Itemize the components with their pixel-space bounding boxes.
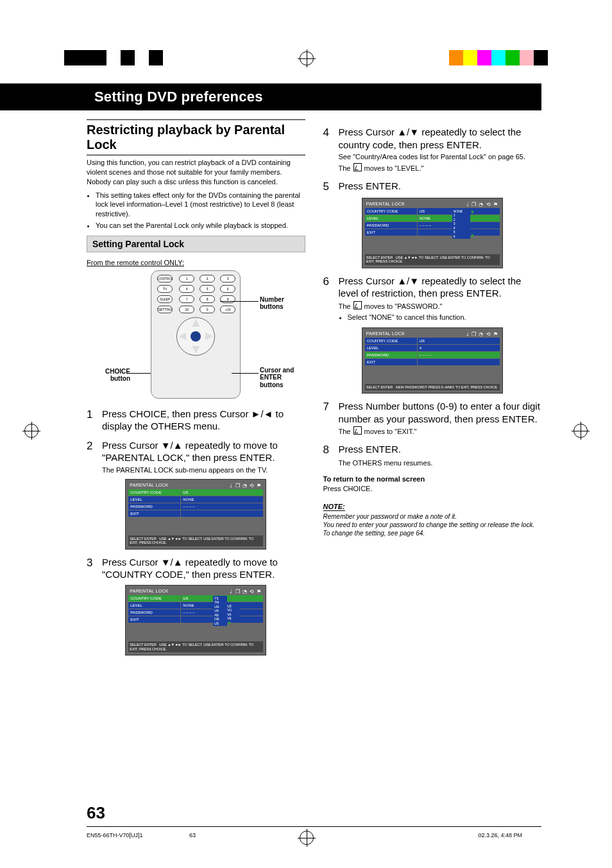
cursor-marker-icon: [353, 426, 362, 435]
step-8: Press ENTER.: [339, 443, 542, 457]
page-sheet: Setting DVD preferences Restricting play…: [0, 0, 612, 868]
callout-choice: CHOICE button: [89, 368, 130, 383]
footer-timestamp: 02.3.26, 4:48 PM: [478, 832, 522, 838]
step-7: Press Number buttons (0-9) to enter a fo…: [339, 400, 542, 425]
country-dropdown: TS TM UG UA AE GB US: [213, 596, 227, 627]
footer-filename: EN55-66TH-V70[UJ]1: [87, 832, 143, 838]
crosshair-icon: [300, 51, 314, 65]
callout-number: Number buttons: [260, 296, 305, 311]
return-body: Press CHOICE.: [323, 485, 373, 492]
osd-screenshot-4: PARENTAL LOCK♩ ❐ ◔ ⟲ ⚑ COUNTRY CODEUS LE…: [362, 327, 503, 394]
section-banner: Setting DVD preferences: [87, 83, 541, 110]
return-heading: To return to the normal screen: [323, 475, 425, 483]
heading-restricting: Restricting playback by Parental Lock: [87, 119, 305, 155]
note-heading: NOTE:: [323, 503, 345, 511]
cursor-marker-icon: [353, 163, 362, 171]
note-body: Remember your password or make a note of…: [323, 512, 542, 537]
step-2-sub: The PARENTAL LOCK sub-menu appears on th…: [102, 465, 305, 475]
callout-cursor-enter: Cursor and ENTER buttons: [260, 367, 305, 389]
right-column: 4Press Cursor ▲/▼ repeatedly to select t…: [323, 119, 542, 662]
remote-only-label: From the remote control ONLY:: [87, 259, 305, 266]
subhead-setting: Setting Parental Lock: [87, 236, 305, 252]
osd-screenshot-3: PARENTAL LOCK♩ ❐ ◔ ⟲ ⚑ COUNTRY CODEUS LE…: [362, 198, 503, 268]
step-3: Press Cursor ▼/▲ repeatedly to move to "…: [102, 556, 305, 581]
intro-bullets: This setting takes effect only for the D…: [87, 191, 305, 230]
cursor-marker-icon: [353, 301, 362, 309]
osd-screenshot-1: PARENTAL LOCK♩ ❐ ◔ ⟲ ⚑ COUNTRY CODEUS LE…: [125, 479, 266, 550]
crosshair-icon: [24, 424, 38, 438]
left-column: Restricting playback by Parental Lock Us…: [87, 119, 305, 662]
step-6: Press Cursor ▲/▼ repeatedly to select th…: [339, 275, 542, 300]
remote-diagram: CHOICE button CONTROL TV SLEEP SETTING 1: [87, 270, 305, 399]
footer-rule: [87, 826, 541, 827]
osd-screenshot-2: PARENTAL LOCK♩ ❐ ◔ ⟲ ⚑ COUNTRY CODEUS LE…: [125, 585, 266, 655]
footer-page: 63: [189, 832, 196, 838]
crosshair-icon: [300, 831, 314, 845]
dpad-icon: [176, 317, 215, 356]
step-2: Press Cursor ▼/▲ repeatedly to move to "…: [102, 439, 305, 464]
step-1: Press CHOICE, then press Cursor ►/◄ to d…: [102, 408, 305, 433]
step-4: Press Cursor ▲/▼ repeatedly to select th…: [339, 126, 542, 151]
step-5: Press ENTER.: [339, 180, 542, 194]
intro-text: Using this function, you can restrict pl…: [87, 158, 305, 187]
level-dropdown: NONE 1 2 3 4 5 6: [452, 209, 470, 239]
crosshair-icon: [574, 424, 588, 438]
page-number: 63: [87, 803, 105, 823]
